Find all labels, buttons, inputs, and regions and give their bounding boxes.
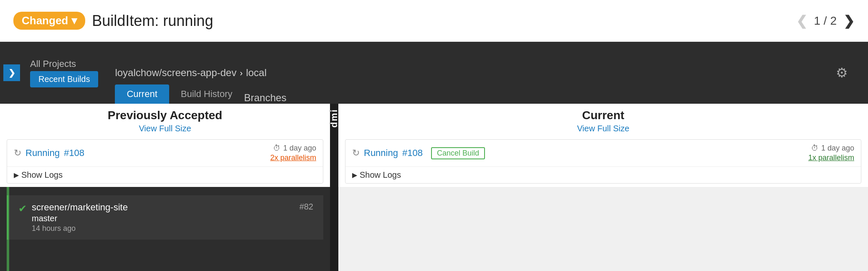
nav-tabs-area: loyalchow/screens-app-dev › local Curren… xyxy=(115,42,299,104)
all-projects-link[interactable]: All Projects xyxy=(30,59,98,69)
prev-time-ago-text: 1 day ago xyxy=(283,144,316,153)
green-bar xyxy=(7,187,9,271)
sidebar-toggle-button[interactable]: ❯ xyxy=(3,64,20,81)
branches-label[interactable]: Branches xyxy=(244,92,299,104)
prev-project-number: #82 xyxy=(299,202,313,212)
project-path: loyalchow/screens-app-dev › local xyxy=(115,67,266,79)
previously-accepted-header: Previously Accepted View Full Size xyxy=(0,104,330,136)
previously-accepted-title: Previously Accepted xyxy=(0,109,330,122)
current-running-label: Running xyxy=(364,148,398,159)
pagination-text: 1 / 2 xyxy=(814,14,837,28)
nav-tabs: Current Build History Branches xyxy=(115,84,299,104)
top-header: Changed ▾ BuildItem: running ❮ 1 / 2 ❯ xyxy=(0,0,868,42)
current-header: Current View Full Size xyxy=(338,104,868,136)
dark-section: ❯ All Projects Recent Builds loyalchow/s… xyxy=(0,42,868,104)
prev-build-number: #108 xyxy=(64,148,84,159)
prev-running-label: Running xyxy=(25,148,60,159)
prev-show-logs-arrow-icon: ▶ xyxy=(14,171,19,179)
divider-text: dmi xyxy=(329,109,340,128)
current-column: Current View Full Size ↻ Running #108 Ca… xyxy=(338,104,868,271)
prev-show-logs-text: Show Logs xyxy=(21,170,63,180)
current-body xyxy=(338,187,868,271)
prev-show-logs-row[interactable]: ▶ Show Logs xyxy=(7,167,323,183)
changed-label: Changed xyxy=(22,14,68,27)
prev-build-panel: ↻ Running #108 ⏱ 1 day ago 2x parallelis… xyxy=(7,139,323,184)
prev-project-branch: master xyxy=(32,214,128,223)
previously-accepted-column: Previously Accepted View Full Size ↻ Run… xyxy=(0,104,330,271)
dark-nav-left: All Projects Recent Builds xyxy=(30,59,98,87)
prev-running-icon: ↻ xyxy=(14,148,21,159)
current-build-left: ↻ Running #108 Cancel Build xyxy=(352,147,485,159)
divider: dmi xyxy=(330,104,338,271)
current-title: Current xyxy=(338,109,868,122)
prev-project-item[interactable]: ✔ screener/marketing-site master 14 hour… xyxy=(7,195,323,240)
current-build-panel-header: ↻ Running #108 Cancel Build ⏱ 1 day ago … xyxy=(345,140,861,167)
path-arrow-icon: › xyxy=(240,68,243,78)
current-show-logs-arrow-icon: ▶ xyxy=(352,171,357,179)
prev-parallelism-badge[interactable]: 2x parallelism xyxy=(270,153,316,162)
dropdown-arrow-icon: ▾ xyxy=(71,14,77,27)
prev-project-name: screener/marketing-site xyxy=(32,202,128,213)
pagination: ❮ 1 / 2 ❯ xyxy=(796,13,855,29)
current-build-panel: ↻ Running #108 Cancel Build ⏱ 1 day ago … xyxy=(345,139,861,184)
main-content: Previously Accepted View Full Size ↻ Run… xyxy=(0,104,868,271)
current-clock-icon: ⏱ xyxy=(811,144,819,153)
recent-builds-button[interactable]: Recent Builds xyxy=(30,71,98,87)
prev-view-full-size-link[interactable]: View Full Size xyxy=(139,124,191,133)
prev-build-panel-header: ↻ Running #108 ⏱ 1 day ago 2x parallelis… xyxy=(7,140,323,167)
dark-nav: All Projects Recent Builds loyalchow/scr… xyxy=(20,42,868,104)
current-build-number: #108 xyxy=(402,148,423,159)
prev-project-time: 14 hours ago xyxy=(32,224,128,233)
tab-current[interactable]: Current xyxy=(115,84,169,104)
current-parallelism-badge[interactable]: 1x parallelism xyxy=(808,153,854,162)
current-running-icon: ↻ xyxy=(352,148,360,159)
changed-badge[interactable]: Changed ▾ xyxy=(13,12,85,30)
current-time-ago: ⏱ 1 day ago xyxy=(811,144,854,153)
gear-icon[interactable]: ⚙ xyxy=(836,65,848,81)
cancel-build-button[interactable]: Cancel Build xyxy=(431,147,485,159)
prev-build-right: ⏱ 1 day ago 2x parallelism xyxy=(270,144,316,162)
prev-time-ago: ⏱ 1 day ago xyxy=(273,144,316,153)
next-page-button[interactable]: ❯ xyxy=(843,13,855,29)
current-build-right: ⏱ 1 day ago 1x parallelism xyxy=(808,144,854,162)
prev-page-button[interactable]: ❮ xyxy=(796,13,807,29)
project-path-text: loyalchow/screens-app-dev xyxy=(115,67,236,79)
prev-project-status-icon: ✔ xyxy=(18,203,27,215)
prev-project-info: screener/marketing-site master 14 hours … xyxy=(32,202,128,233)
current-view-full-size-link[interactable]: View Full Size xyxy=(577,124,629,133)
prev-build-left: ↻ Running #108 xyxy=(14,148,84,159)
build-title: BuildItem: running xyxy=(92,12,213,30)
tab-build-history[interactable]: Build History xyxy=(169,84,244,104)
local-label: local xyxy=(246,67,266,79)
header-left: Changed ▾ BuildItem: running xyxy=(13,12,213,30)
current-show-logs-row[interactable]: ▶ Show Logs xyxy=(345,167,861,183)
prev-clock-icon: ⏱ xyxy=(273,144,281,153)
dark-nav-right: ⚙ xyxy=(836,65,858,81)
current-time-ago-text: 1 day ago xyxy=(821,144,854,153)
current-show-logs-text: Show Logs xyxy=(360,170,401,180)
